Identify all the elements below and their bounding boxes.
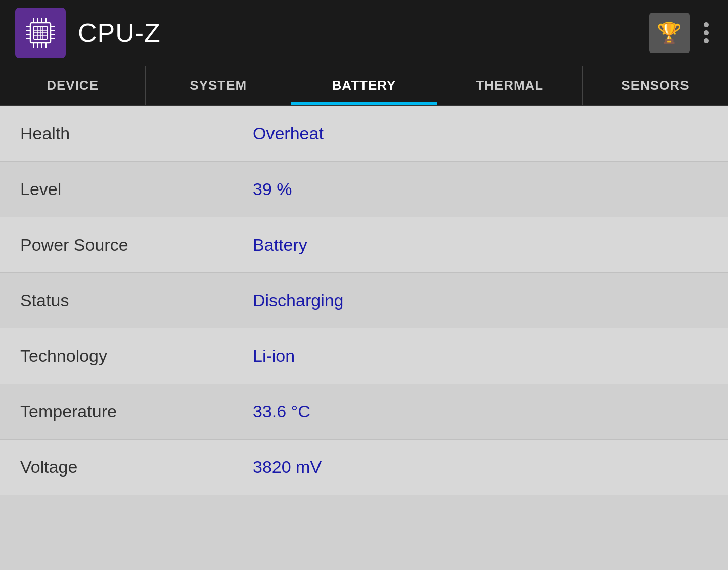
table-row: Temperature33.6 °C [0, 384, 728, 440]
trophy-button[interactable]: 🏆 [649, 13, 690, 53]
table-row: Voltage3820 mV [0, 440, 728, 495]
row-value: 39 % [253, 179, 292, 199]
tab-thermal[interactable]: THERMAL [437, 66, 583, 105]
cpu-chip-icon [23, 15, 58, 51]
tab-battery[interactable]: BATTERY [291, 66, 437, 105]
row-label: Status [20, 291, 253, 310]
table-row: Level39 % [0, 162, 728, 217]
row-value: 3820 mV [253, 457, 322, 477]
row-value: Discharging [253, 291, 344, 310]
more-dot-1 [704, 22, 709, 27]
app-title: CPU-Z [78, 18, 161, 48]
header-actions: 🏆 [649, 13, 713, 53]
tab-sensors[interactable]: SENSORS [583, 66, 728, 105]
more-dot-2 [704, 30, 709, 35]
tab-system[interactable]: SYSTEM [146, 66, 291, 105]
tab-device[interactable]: DEVICE [0, 66, 146, 105]
row-value: Li-ion [253, 346, 295, 366]
table-row: TechnologyLi-ion [0, 328, 728, 384]
row-label: Temperature [20, 402, 253, 421]
row-value: Overheat [253, 124, 324, 144]
table-row: StatusDischarging [0, 273, 728, 328]
row-label: Power Source [20, 235, 253, 255]
app-header: CPU-Z 🏆 [0, 0, 728, 66]
row-label: Technology [20, 346, 253, 366]
row-label: Level [20, 179, 253, 199]
row-value: Battery [253, 235, 307, 255]
table-row: Power SourceBattery [0, 217, 728, 273]
row-label: Voltage [20, 457, 253, 477]
row-value: 33.6 °C [253, 402, 310, 421]
table-row: HealthOverheat [0, 106, 728, 162]
row-label: Health [20, 124, 253, 144]
battery-content: HealthOverheatLevel39 %Power SourceBatte… [0, 106, 728, 495]
app-logo [15, 8, 66, 58]
more-menu-button[interactable] [700, 18, 713, 48]
tab-bar: DEVICE SYSTEM BATTERY THERMAL SENSORS [0, 66, 728, 106]
more-dot-3 [704, 38, 709, 43]
trophy-icon: 🏆 [657, 21, 682, 45]
